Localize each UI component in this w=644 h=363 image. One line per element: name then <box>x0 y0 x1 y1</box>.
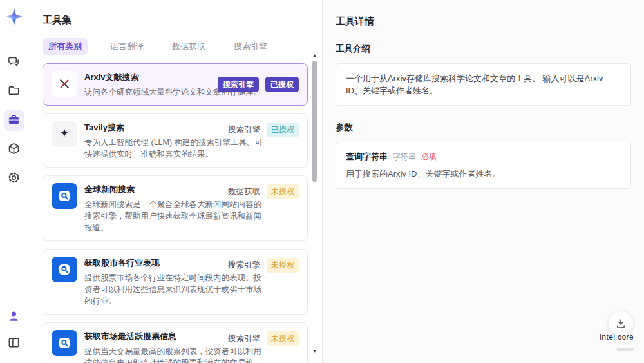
package-icon <box>7 142 21 158</box>
sidebar-item-folder[interactable] <box>4 81 24 102</box>
params-heading: 参数 <box>336 122 631 133</box>
chat-icon <box>7 55 21 71</box>
sidebar-item-user[interactable] <box>4 307 24 328</box>
tool-category-tag: 搜索引擎 <box>228 260 260 271</box>
param-type: 字符串 <box>393 152 416 162</box>
tool-description: 提供股票市场各个行业在特定时间段内的表现。投资者可以利用这些信息来识别表现优于或… <box>84 272 263 307</box>
folder-icon <box>7 84 21 100</box>
tab-category-1[interactable]: 语言翻译 <box>104 38 149 55</box>
brand-sub-bar <box>617 348 634 351</box>
tool-auth-badge: 已授权 <box>265 77 299 92</box>
tool-auth-badge: 未授权 <box>267 184 299 199</box>
tool-card[interactable]: 获取股市各行业表现 提供股票市场各个行业在特定时间段内的表现。投资者可以利用这些… <box>43 249 308 315</box>
sidebar-item-panel[interactable] <box>4 333 24 354</box>
param-required-badge: 必填 <box>421 152 437 162</box>
tool-auth-badge: 未授权 <box>267 331 299 346</box>
tab-category-2[interactable]: 数据获取 <box>166 38 211 55</box>
list-scrollbar[interactable]: ▲ ▼ <box>312 54 317 353</box>
brand-text: intel core <box>600 333 634 342</box>
tool-category-tag: 搜索引擎 <box>228 124 260 135</box>
tool-card[interactable]: Arxiv文献搜索 访问各个研究领域大量科学论文和文章的存储库。 搜索引擎 已授… <box>43 63 308 106</box>
tool-detail-panel: 工具详情 工具介绍 一个用于从Arxiv存储库搜索科学论文和文章的工具。 输入可… <box>323 0 644 363</box>
sidebar-item-package[interactable] <box>4 139 24 160</box>
tool-auth-badge: 已授权 <box>267 123 299 137</box>
panel-icon <box>7 336 21 352</box>
toolbox-icon <box>7 113 21 129</box>
tool-card[interactable]: Tavily搜索 专为人工智能代理 (LLM) 构建的搜索引擎工具。可快速提供实… <box>43 113 308 168</box>
tool-auth-badge: 未授权 <box>267 258 299 273</box>
tool-description: 专为人工智能代理 (LLM) 构建的搜索引擎工具。可快速提供实时、准确和真实的结… <box>84 137 263 160</box>
sidebar-bottom <box>4 307 24 354</box>
settings-icon <box>7 171 21 187</box>
tool-collection-panel: 工具集 所有类别语言翻译数据获取搜索引擎 Arxiv文献搜索 访问各个研究领域大… <box>28 0 323 363</box>
download-icon <box>614 317 627 330</box>
detail-title: 工具详情 <box>336 15 631 28</box>
page-title: 工具集 <box>43 14 308 26</box>
arxiv-icon <box>52 71 77 97</box>
intro-box: 一个用于从Arxiv存储库搜索科学论文和文章的工具。 输入可以是Arxiv ID… <box>336 63 631 106</box>
scroll-down-icon[interactable]: ▼ <box>312 349 317 354</box>
tool-card[interactable]: 全球新闻搜索 全球新闻搜索是一个聚合全球各大新闻网站内容的搜索引擎，帮助用户快速… <box>43 175 308 241</box>
category-tabs: 所有类别语言翻译数据获取搜索引擎 <box>43 38 308 55</box>
sidebar-rail <box>0 0 28 363</box>
blue-q-icon <box>52 257 77 282</box>
tool-list: Arxiv文献搜索 访问各个研究领域大量科学论文和文章的存储库。 搜索引擎 已授… <box>43 63 308 363</box>
sidebar-item-toolbox[interactable] <box>4 110 24 131</box>
sidebar-item-settings[interactable] <box>4 168 24 189</box>
sidebar-nav <box>4 52 24 189</box>
tab-category-0[interactable]: 所有类别 <box>43 38 88 55</box>
scrollbar-thumb[interactable] <box>312 61 317 182</box>
param-description: 用于搜索的Arxiv ID、关键字或作者姓名。 <box>346 168 621 180</box>
tool-description: 提供当天交易量最高的股票列表，投资者可以利用这些信息来识别流动性强的股票和潜在的… <box>84 346 263 363</box>
tab-category-3[interactable]: 搜索引擎 <box>228 38 273 55</box>
user-icon <box>7 309 21 326</box>
tool-category-tag: 搜索引擎 <box>228 333 260 344</box>
scroll-up-icon[interactable]: ▲ <box>312 53 317 58</box>
blue-q-icon <box>52 330 77 356</box>
star-icon <box>52 121 77 147</box>
tool-category-tag: 搜索引擎 <box>218 77 259 92</box>
app-logo-icon <box>5 7 24 26</box>
intro-text: 一个用于从Arxiv存储库搜索科学论文和文章的工具。 输入可以是Arxiv ID… <box>346 72 621 97</box>
tool-category-tag: 数据获取 <box>228 186 260 197</box>
intro-heading: 工具介绍 <box>336 43 631 55</box>
param-name: 查询字符串 <box>346 151 388 162</box>
intel-core-logo: intel core <box>600 333 634 353</box>
tool-card[interactable]: 获取市场最活跃股票信息 提供当天交易量最高的股票列表，投资者可以利用这些信息来识… <box>43 322 308 363</box>
blue-q-icon <box>52 183 77 209</box>
tool-description: 全球新闻搜索是一个聚合全球各大新闻网站内容的搜索引擎，帮助用户快速获取全球最新资… <box>84 199 263 233</box>
param-box: 查询字符串 字符串 必填 用于搜索的Arxiv ID、关键字或作者姓名。 <box>336 142 631 189</box>
sidebar-item-chat[interactable] <box>4 52 24 73</box>
